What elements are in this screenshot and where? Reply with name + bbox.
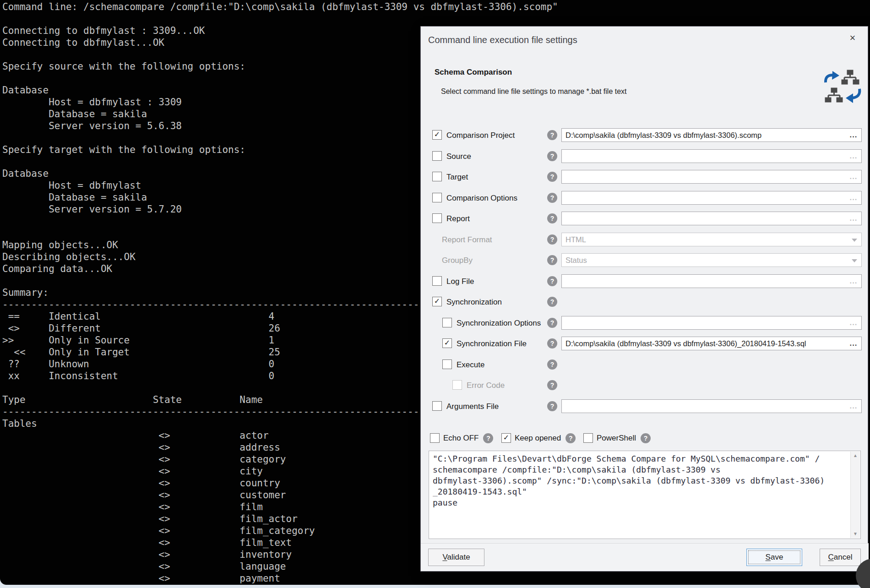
source-label: Source (446, 146, 471, 167)
arguments-file-checkbox[interactable] (432, 401, 442, 411)
synchronization-file-label: Synchronization File (457, 333, 527, 354)
bat-options-row: Echo OFF?✓Keep opened?PowerShell? (421, 428, 869, 448)
comparison-project-value: D:\comp\sakila (dbfmylast-3309 vs dbfmyl… (562, 129, 861, 142)
target-input[interactable]: ... (561, 170, 862, 184)
target-label: Target (446, 167, 468, 187)
log-file-help-icon[interactable]: ? (547, 276, 557, 286)
report-label: Report (446, 208, 470, 229)
report-format-value: HTML (562, 233, 861, 246)
synchronization-file-checkbox[interactable]: ✓ (442, 338, 452, 348)
report-format-help-icon[interactable]: ? (547, 234, 557, 245)
comparison-project-label: Comparison Project (446, 125, 515, 146)
groupby-value: Status (562, 254, 861, 267)
option-powershell: PowerShell? (583, 428, 651, 448)
report-input[interactable]: ... (561, 212, 862, 225)
report-checkbox[interactable] (432, 213, 442, 223)
save-button[interactable]: Save (746, 549, 802, 566)
bat-file-text[interactable]: "C:\Program Files\Devart\dbForge Schema … (429, 451, 860, 539)
comparison-project-help-icon[interactable]: ? (547, 130, 557, 140)
validate-button[interactable]: Validate (428, 549, 484, 566)
target-help-icon[interactable]: ? (547, 172, 557, 182)
target-checkbox[interactable] (432, 172, 442, 181)
setting-row-error-code: Error Code? (421, 375, 869, 396)
settings-rows: ✓Comparison Project?D:\comp\sakila (dbfm… (421, 125, 869, 417)
comparison-options-checkbox[interactable] (432, 193, 442, 202)
comparison-project-input[interactable]: D:\comp\sakila (dbfmylast-3309 vs dbfmyl… (561, 128, 862, 142)
synchronization-options-browse-button[interactable]: ... (847, 316, 860, 328)
comparison-options-input[interactable]: ... (561, 191, 862, 205)
cancel-button[interactable]: Cancel (820, 549, 861, 566)
scroll-up-icon[interactable]: ▲ (851, 452, 860, 460)
schema-compare-icon (823, 70, 862, 104)
synchronization-file-help-icon[interactable]: ? (547, 338, 557, 348)
option-keep-opened: ✓Keep opened? (501, 428, 576, 448)
keep-opened-label: Keep opened (515, 434, 561, 443)
comparison-options-help-icon[interactable]: ? (547, 193, 557, 203)
setting-row-report-format: Report Format?HTML (421, 229, 869, 250)
setting-row-source: Source?... (421, 146, 869, 167)
error-code-checkbox (452, 380, 462, 390)
setting-row-groupby: GroupBy?Status (421, 250, 869, 271)
screen: Command line: /schemacompare /compfile:"… (0, 0, 870, 588)
source-checkbox[interactable] (432, 151, 442, 161)
setting-row-target: Target?... (421, 167, 869, 188)
keep-opened-help-icon[interactable]: ? (566, 433, 576, 443)
comparison-project-checkbox[interactable]: ✓ (432, 130, 442, 140)
log-file-input[interactable]: ... (561, 274, 862, 288)
scroll-down-icon[interactable]: ▼ (851, 530, 860, 538)
comparison-project-browse-button[interactable]: ... (847, 129, 860, 141)
groupby-dropdown-icon (852, 259, 857, 262)
arguments-file-browse-button[interactable]: ... (847, 400, 860, 412)
source-help-icon[interactable]: ? (547, 151, 557, 161)
error-code-label: Error Code (467, 375, 505, 396)
comparison-options-browse-button[interactable]: ... (847, 191, 860, 203)
arguments-file-input[interactable]: ... (561, 399, 862, 413)
execute-checkbox[interactable] (442, 359, 452, 369)
command-line-settings-dialog: Command line execution file settings × S… (420, 26, 868, 572)
dialog-title: Command line execution file settings (428, 35, 577, 45)
echo-off-label: Echo OFF (443, 434, 478, 443)
echo-off-checkbox[interactable] (430, 433, 440, 443)
synchronization-checkbox[interactable]: ✓ (432, 297, 442, 306)
setting-row-execute: Execute? (421, 354, 869, 376)
source-browse-button[interactable]: ... (847, 150, 860, 162)
setting-row-synchronization: ✓Synchronization? (421, 292, 869, 313)
groupby-label: GroupBy (442, 250, 473, 271)
synchronization-file-browse-button[interactable]: ... (847, 337, 860, 349)
synchronization-options-checkbox[interactable] (442, 318, 452, 327)
setting-row-synchronization-file: ✓Synchronization File?D:\comp\sakila (db… (421, 333, 869, 354)
arguments-file-help-icon[interactable]: ? (547, 401, 557, 411)
powershell-checkbox[interactable] (583, 433, 593, 443)
keep-opened-checkbox[interactable]: ✓ (501, 433, 511, 443)
report-format-label: Report Format (442, 229, 492, 250)
report-browse-button[interactable]: ... (847, 212, 860, 224)
synchronization-options-label: Synchronization Options (457, 313, 541, 333)
synchronization-help-icon[interactable]: ? (547, 297, 557, 307)
setting-row-comparison-project: ✓Comparison Project?D:\comp\sakila (dbfm… (421, 125, 869, 146)
log-file-checkbox[interactable] (432, 276, 442, 286)
synchronization-file-input[interactable]: D:\comp\sakila (dbfmylast-3309 vs dbfmyl… (561, 337, 862, 350)
target-browse-button[interactable]: ... (847, 170, 860, 182)
close-icon[interactable]: × (846, 31, 859, 45)
report-help-icon[interactable]: ? (547, 213, 557, 223)
synchronization-options-help-icon[interactable]: ? (547, 318, 557, 328)
setting-row-arguments-file: Arguments File?... (421, 396, 869, 417)
groupby-help-icon[interactable]: ? (547, 255, 557, 265)
error-code-help-icon[interactable]: ? (547, 380, 557, 390)
execute-label: Execute (457, 354, 484, 375)
powershell-help-icon[interactable]: ? (641, 433, 651, 443)
header-subtitle: Select command line file settings to man… (441, 87, 627, 96)
report-format-input: HTML (561, 233, 862, 246)
source-input[interactable]: ... (561, 149, 862, 163)
synchronization-file-value: D:\comp\sakila (dbfmylast-3309 vs dbfmyl… (562, 337, 861, 350)
comparison-options-label: Comparison Options (446, 188, 517, 208)
log-file-label: Log File (446, 271, 474, 292)
header-title: Schema Comparison (435, 68, 512, 77)
synchronization-options-input[interactable]: ... (561, 316, 862, 330)
execute-help-icon[interactable]: ? (547, 359, 557, 370)
echo-off-help-icon[interactable]: ? (483, 433, 493, 443)
batch-scrollbar[interactable]: ▲ ▼ (850, 452, 860, 538)
log-file-browse-button[interactable]: ... (847, 275, 860, 287)
dialog-footer: Validate Save Cancel (421, 543, 869, 571)
powershell-label: PowerShell (597, 434, 636, 443)
